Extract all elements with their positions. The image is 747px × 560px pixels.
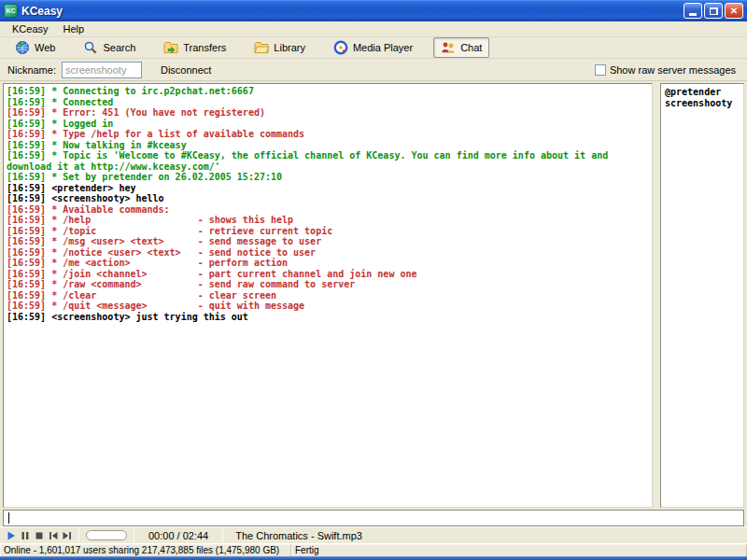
chat-message: [16:59] * Topic is 'Welcome to #KCeasy, …	[7, 150, 649, 172]
main-toolbar: Web Search Transfers Library Media Playe…	[0, 37, 747, 59]
chat-user-list[interactable]: @pretenderscreenshooty	[660, 83, 744, 508]
chat-message: [16:59] <screenshooty> hello	[7, 193, 649, 204]
chat-message: [16:59] * /help - shows this help	[7, 215, 649, 226]
toolbar-button-label: Transfers	[183, 42, 226, 53]
title-bar: KC KCeasy ✕	[0, 0, 747, 21]
toolbar-button-transfers[interactable]: Transfers	[156, 37, 233, 58]
player-bar: 00:00 / 02:44 The Chromatics - Swift.mp3	[0, 526, 747, 543]
nickname-label: Nickname:	[7, 64, 56, 76]
chat-message: [16:59] * /msg <user> <text> - send mess…	[7, 236, 649, 247]
next-icon	[62, 530, 73, 541]
connection-bar: Nickname: Disconnect Show raw server mes…	[0, 59, 747, 81]
close-button[interactable]: ✕	[725, 3, 743, 19]
show-raw-messages-label: Show raw server messages	[610, 64, 736, 76]
menu-kceasy[interactable]: KCeasy	[6, 22, 55, 35]
toolbar-button-label: Library	[274, 42, 305, 53]
network-status-panel: Online - 1,601,017 users sharing 217,473…	[0, 544, 291, 556]
restore-button[interactable]	[704, 3, 723, 19]
toolbar-button-label: Chat	[460, 42, 482, 53]
user-list-item[interactable]: screenshooty	[665, 98, 740, 109]
library-folder-icon	[254, 40, 269, 55]
search-icon	[83, 40, 98, 55]
chat-message: [16:59] * Available commands:	[7, 204, 649, 216]
previous-button[interactable]	[46, 529, 60, 542]
kceasy-window: KC KCeasy ✕ KCeasy Help Web Search	[0, 0, 747, 560]
status-bar: Online - 1,601,017 users sharing 217,473…	[0, 543, 747, 556]
toolbar-button-library[interactable]: Library	[247, 37, 313, 58]
toolbar-button-label: Media Player	[353, 42, 413, 53]
restore-icon	[710, 7, 718, 15]
chat-message: [16:59] * /raw <command> - send raw comm…	[7, 279, 649, 290]
chat-messages[interactable]: [16:59] * Connecting to irc.p2pchat.net:…	[3, 83, 653, 508]
toolbar-button-label: Search	[103, 42, 135, 53]
chat-message: [16:59] * /join <channel> - part current…	[7, 269, 649, 280]
message-input-row	[3, 510, 744, 526]
toolbar-button-chat[interactable]: Chat	[433, 37, 489, 58]
chat-message: [16:59] * Set by pretender on 26.02.2005…	[7, 172, 649, 183]
chat-region: [16:59] * Connecting to irc.p2pchat.net:…	[0, 81, 747, 510]
pause-button[interactable]	[18, 529, 32, 542]
toolbar-button-search[interactable]: Search	[76, 37, 143, 58]
disconnect-button[interactable]: Disconnect	[155, 63, 217, 77]
user-list-item[interactable]: @pretender	[665, 87, 740, 98]
chat-message: [16:59] * /clear - clear screen	[7, 290, 649, 301]
general-status-panel: Fertig	[291, 544, 747, 556]
stop-icon	[34, 530, 45, 541]
chat-message: [16:59] * Type /help for a list of avail…	[7, 129, 649, 140]
message-input[interactable]	[4, 511, 743, 525]
menu-bar: KCeasy Help	[0, 21, 747, 37]
minimize-button[interactable]	[684, 3, 702, 19]
chat-message: [16:59] * /me <action> - perform action	[7, 258, 649, 269]
play-button[interactable]	[4, 529, 18, 542]
chat-message: [16:59] * /quit <message> - quit with me…	[7, 301, 649, 312]
chat-message: [16:59] * /notice <user> <text> - send n…	[7, 247, 649, 259]
window-bottom-border	[0, 556, 747, 560]
show-raw-messages-toggle[interactable]: Show raw server messages	[595, 64, 736, 76]
nickname-input[interactable]	[62, 62, 142, 78]
previous-icon	[48, 530, 59, 541]
playback-progress-bar[interactable]	[86, 530, 127, 540]
playback-time: 00:00 / 02:44	[148, 530, 208, 541]
chat-message: [16:59] * /topic - retrieve current topi…	[7, 226, 649, 237]
chat-message: [16:59] * Error: 451 (You have not regis…	[7, 107, 649, 119]
stop-button[interactable]	[32, 529, 46, 542]
chat-message: [16:59] <pretender> hey	[7, 183, 649, 194]
chat-people-icon	[441, 40, 456, 55]
minimize-icon	[689, 13, 697, 16]
text-caret	[8, 512, 9, 524]
chat-message: [16:59] * Connected	[7, 97, 649, 108]
toolbar-button-label: Web	[35, 42, 55, 53]
checkbox-icon[interactable]	[595, 64, 606, 76]
chat-message: [16:59] <screenshooty> just trying this …	[7, 312, 649, 323]
toolbar-button-web[interactable]: Web	[7, 37, 63, 58]
transfers-folder-icon	[163, 40, 178, 55]
close-icon: ✕	[730, 6, 738, 16]
toolbar-button-media-player[interactable]: Media Player	[326, 37, 420, 58]
chat-message: [16:59] * Now talking in #kceasy	[7, 140, 649, 151]
kceasy-app-icon: KC	[4, 4, 18, 18]
pause-icon	[20, 530, 31, 541]
window-title: KCeasy	[21, 5, 684, 18]
play-icon	[6, 530, 17, 541]
chat-message: [16:59] * Connecting to irc.p2pchat.net:…	[7, 86, 649, 97]
chat-message: [16:59] * Logged in	[7, 119, 649, 130]
current-track-label: The Chromatics - Swift.mp3	[235, 530, 362, 541]
media-player-disc-icon	[333, 40, 348, 55]
next-button[interactable]	[60, 529, 74, 542]
menu-help[interactable]: Help	[57, 22, 92, 35]
web-globe-icon	[15, 40, 30, 55]
